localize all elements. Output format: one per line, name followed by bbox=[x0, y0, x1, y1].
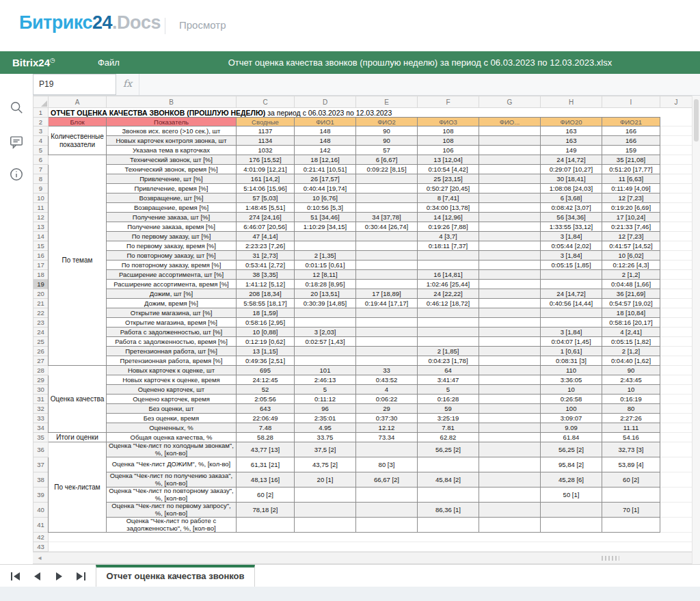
header-cell-person-2[interactable]: ФИО2 bbox=[356, 118, 418, 126]
value-cell[interactable] bbox=[356, 280, 418, 289]
row-header-30[interactable]: 30 bbox=[33, 385, 49, 395]
indicator-cell[interactable]: Дожим, шт [%] bbox=[107, 289, 237, 299]
indicator-cell[interactable]: Оценка "Чек-лист по первому запросу", %,… bbox=[107, 503, 237, 518]
value-cell[interactable] bbox=[418, 337, 479, 347]
row-header-4[interactable]: 4 bbox=[33, 136, 49, 146]
value-cell[interactable]: 0:04:23 [1,78] bbox=[418, 356, 479, 366]
value-cell[interactable]: 10 bbox=[541, 385, 602, 395]
value-cell[interactable]: 22:06:49 bbox=[237, 414, 295, 423]
value-cell[interactable]: 56 [34,36] bbox=[541, 213, 602, 222]
value-cell[interactable]: 148 bbox=[295, 136, 356, 146]
value-cell[interactable]: 0:11:12 bbox=[295, 395, 356, 404]
cell-empty[interactable] bbox=[660, 442, 692, 457]
value-cell[interactable]: 0:19:26 [7,88] bbox=[418, 222, 479, 232]
value-cell[interactable]: 4.95 bbox=[295, 423, 356, 433]
value-cell[interactable]: 52 bbox=[237, 385, 295, 395]
value-cell[interactable]: 1 [0,61] bbox=[541, 347, 602, 356]
report-title-cell[interactable]: ОТЧЕТ ОЦЕНКА КАЧЕСТВА ЗВОНКОВ (ПРОШЛУЮ Н… bbox=[49, 108, 692, 118]
cell-empty[interactable] bbox=[660, 261, 692, 270]
indicator-cell[interactable]: Оценено карточек, шт bbox=[107, 385, 237, 395]
comments-icon[interactable] bbox=[9, 134, 24, 149]
value-cell[interactable]: 0:49:36 [2,51] bbox=[237, 356, 295, 366]
block-cell[interactable]: По чек-листам bbox=[49, 442, 107, 533]
next-sheet-icon[interactable] bbox=[53, 571, 64, 582]
row-header-12[interactable]: 12 bbox=[33, 213, 49, 222]
indicator-cell[interactable]: Работа с задолженностью, время [%] bbox=[107, 337, 237, 347]
row-header-16[interactable]: 16 bbox=[33, 251, 49, 261]
value-cell[interactable]: 24 [22,22] bbox=[418, 289, 479, 299]
value-cell[interactable]: 5:58:55 [18,17] bbox=[237, 299, 295, 308]
value-cell[interactable]: 60 [2] bbox=[602, 472, 660, 488]
row-header-27[interactable]: 27 bbox=[33, 356, 49, 366]
row-header-37[interactable]: 37 bbox=[33, 457, 49, 472]
value-cell[interactable]: 30 [18,41] bbox=[541, 174, 602, 184]
row-header-38[interactable]: 38 bbox=[33, 472, 49, 488]
indicator-cell[interactable]: Новых карточек к оценке, шт bbox=[107, 366, 237, 375]
value-cell[interactable]: 47 [4,14] bbox=[237, 232, 295, 241]
value-cell[interactable]: 3 [1,84] bbox=[541, 328, 602, 337]
value-cell[interactable]: 0:10:56 [5,3] bbox=[295, 203, 356, 213]
value-cell[interactable]: 12 [7,23] bbox=[602, 232, 660, 241]
header-cell-person-0[interactable]: Сводные bbox=[237, 118, 295, 126]
cell-empty[interactable] bbox=[660, 337, 692, 347]
value-cell[interactable]: 0:11:49 [4,09] bbox=[602, 184, 660, 193]
cell-empty[interactable] bbox=[660, 136, 692, 146]
row-header-39[interactable]: 39 bbox=[33, 488, 49, 503]
value-cell[interactable]: 90 bbox=[356, 126, 418, 136]
value-cell[interactable] bbox=[356, 193, 418, 203]
value-cell[interactable]: 48,13 [16] bbox=[237, 472, 295, 488]
value-cell[interactable]: 110 bbox=[541, 366, 602, 375]
value-cell[interactable]: 106 bbox=[418, 146, 479, 155]
indicator-cell[interactable]: Без оценки, время bbox=[107, 414, 237, 423]
value-cell[interactable]: 0:04:40 [1,62] bbox=[602, 356, 660, 366]
value-cell[interactable]: 59 bbox=[418, 404, 479, 414]
value-cell[interactable] bbox=[479, 395, 541, 404]
row-header-11[interactable]: 11 bbox=[33, 203, 49, 213]
cell-empty[interactable] bbox=[660, 375, 692, 385]
value-cell[interactable] bbox=[356, 203, 418, 213]
indicator-cell[interactable]: Работа с задолженностью, шт [%] bbox=[107, 328, 237, 337]
vertical-scrollbar-thumb[interactable] bbox=[694, 99, 699, 142]
row-header-10[interactable]: 10 bbox=[33, 193, 49, 203]
value-cell[interactable]: 1:02:46 [25,44] bbox=[418, 280, 479, 289]
row-header-42[interactable]: 42 bbox=[33, 533, 49, 542]
value-cell[interactable] bbox=[479, 308, 541, 318]
value-cell[interactable]: 0:53:41 [2,72] bbox=[237, 261, 295, 270]
value-cell[interactable] bbox=[418, 518, 479, 533]
grid-corner[interactable] bbox=[33, 96, 49, 108]
value-cell[interactable]: 7.81 bbox=[418, 423, 479, 433]
value-cell[interactable]: 26 [17,57] bbox=[295, 174, 356, 184]
row-header-22[interactable]: 22 bbox=[33, 308, 49, 318]
value-cell[interactable] bbox=[479, 213, 541, 222]
value-cell[interactable]: 0:18:11 [7,37] bbox=[418, 241, 479, 251]
value-cell[interactable] bbox=[479, 433, 541, 442]
value-cell[interactable]: 96 bbox=[295, 404, 356, 414]
cell-empty[interactable] bbox=[49, 542, 692, 552]
value-cell[interactable]: 0:01:15 [0,61] bbox=[295, 261, 356, 270]
cell-empty[interactable] bbox=[660, 385, 692, 395]
value-cell[interactable]: 33.75 bbox=[295, 433, 356, 442]
value-cell[interactable] bbox=[356, 261, 418, 270]
cell-empty[interactable] bbox=[660, 126, 692, 136]
value-cell[interactable]: 10 [6,02] bbox=[602, 251, 660, 261]
value-cell[interactable]: 1134 bbox=[237, 136, 295, 146]
value-cell[interactable] bbox=[356, 328, 418, 337]
value-cell[interactable] bbox=[356, 174, 418, 184]
value-cell[interactable]: 90 bbox=[602, 366, 660, 375]
value-cell[interactable]: 10 [6,76] bbox=[295, 193, 356, 203]
value-cell[interactable]: 6 [3,68] bbox=[541, 193, 602, 203]
value-cell[interactable]: 0:08:31 [3] bbox=[541, 356, 602, 366]
cell-empty[interactable] bbox=[660, 347, 692, 356]
indicator-cell[interactable]: Претензионная работа, время [%] bbox=[107, 356, 237, 366]
value-cell[interactable]: 17 [10,24] bbox=[602, 213, 660, 222]
value-cell[interactable] bbox=[479, 289, 541, 299]
value-cell[interactable] bbox=[418, 328, 479, 337]
header-cell-block[interactable]: Блок bbox=[49, 118, 107, 126]
value-cell[interactable] bbox=[479, 270, 541, 280]
sheet-tab[interactable]: Отчет оценка качества звонков bbox=[96, 565, 255, 587]
value-cell[interactable]: 3 [1,84] bbox=[541, 232, 602, 241]
cell-empty[interactable] bbox=[660, 299, 692, 308]
indicator-cell[interactable]: Привлечение, шт [%] bbox=[107, 174, 237, 184]
cell-empty[interactable] bbox=[660, 118, 692, 126]
indicator-cell[interactable]: Оценка "Чек-лист ДОЖИМ", %, [кол-во] bbox=[107, 457, 237, 472]
